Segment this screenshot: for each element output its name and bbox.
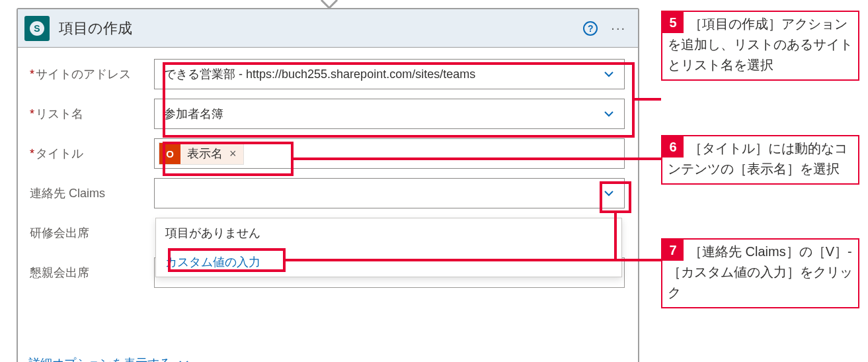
create-item-action-card: S 項目の作成 ? ··· *サイトのアドレス できる営業部 - https:/… (17, 8, 639, 362)
card-title: 項目の作成 (59, 19, 583, 38)
callout-text: ［タイトル］には動的なコンテンツの［表示名］を選択 (662, 136, 858, 183)
list-name-select[interactable]: 参加者名簿 (154, 99, 625, 129)
required-mark: * (30, 68, 34, 81)
callout-number: 5 (662, 12, 684, 33)
required-mark: * (30, 147, 34, 160)
site-address-value: できる営業部 - https://buch255.sharepoint.com/… (164, 66, 600, 82)
claims-dropdown-panel: 項目がありません カスタム値の入力 (155, 218, 622, 277)
help-icon[interactable]: ? (583, 21, 598, 36)
title-input[interactable]: O 表示名 × (154, 138, 625, 169)
more-icon[interactable]: ··· (607, 21, 630, 36)
label-title: *タイトル (28, 146, 154, 161)
field-row-list: *リスト名 参加者名簿 (28, 98, 625, 130)
token-label: 表示名 (187, 146, 223, 161)
label-site: *サイトのアドレス (28, 66, 154, 82)
token-remove-icon[interactable]: × (229, 147, 237, 161)
callout-6: 6 ［タイトル］には動的なコンテンツの［表示名］を選択 (661, 135, 859, 185)
required-mark: * (30, 107, 34, 120)
chevron-down-icon[interactable] (600, 185, 617, 202)
callout-text: ［連絡先 Claims］の［V］-［カスタム値の入力］をクリック (662, 240, 858, 307)
sharepoint-icon: S (24, 16, 50, 41)
dynamic-content-token-display-name[interactable]: O 表示名 × (159, 142, 244, 165)
claims-select[interactable] (154, 178, 625, 208)
card-body: *サイトのアドレス できる営業部 - https://buch255.share… (18, 48, 638, 362)
show-advanced-options-link[interactable]: 詳細オプションを表示する (28, 355, 192, 362)
label-training: 研修会出席 (28, 225, 154, 241)
chevron-down-icon[interactable] (600, 105, 617, 122)
site-address-select[interactable]: できる営業部 - https://buch255.sharepoint.com/… (154, 59, 625, 89)
office-icon: O (159, 143, 180, 164)
advanced-options-label: 詳細オプションを表示する (28, 355, 171, 362)
callout-text: ［項目の作成］アクションを追加し、リストのあるサイトとリスト名を選択 (662, 12, 858, 79)
list-name-value: 参加者名簿 (164, 106, 600, 122)
callout-number: 6 (662, 136, 684, 158)
label-list: *リスト名 (28, 106, 154, 122)
label-claims: 連絡先 Claims (28, 185, 154, 201)
card-header: S 項目の作成 ? ··· (18, 9, 638, 48)
dropdown-no-items: 項目がありません (156, 218, 621, 248)
field-row-claims: 連絡先 Claims (28, 177, 625, 209)
dropdown-custom-value[interactable]: カスタム値の入力 (156, 248, 621, 277)
field-row-title: *タイトル O 表示名 × (28, 138, 625, 169)
chevron-down-icon[interactable] (600, 66, 617, 83)
callout-5: 5 ［項目の作成］アクションを追加し、リストのあるサイトとリスト名を選択 (661, 11, 859, 81)
callout-number: 7 (662, 240, 684, 261)
label-party: 懇親会出席 (28, 265, 154, 281)
callout-7: 7 ［連絡先 Claims］の［V］-［カスタム値の入力］をクリック (661, 238, 859, 308)
field-row-site: *サイトのアドレス できる営業部 - https://buch255.share… (28, 58, 625, 90)
chevron-down-icon (175, 355, 192, 362)
